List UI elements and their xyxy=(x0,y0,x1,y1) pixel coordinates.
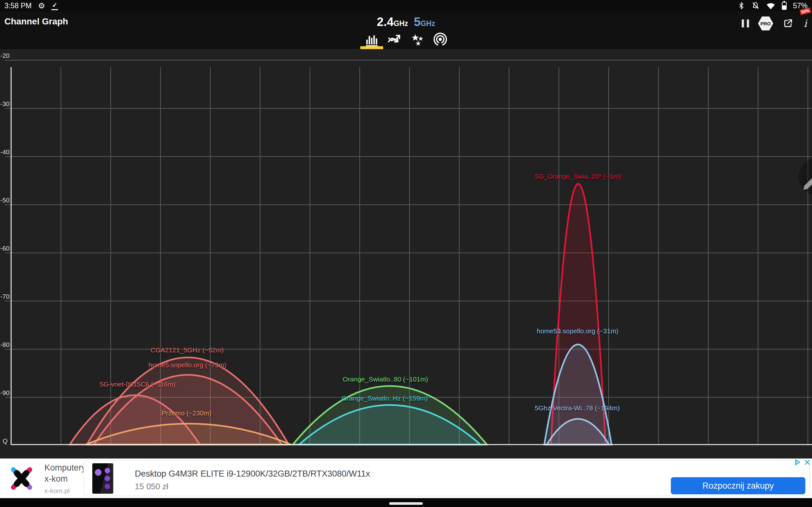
edit-fab[interactable] xyxy=(799,158,812,195)
clock: 3:58 PM xyxy=(4,2,32,10)
page-title: Channel Graph xyxy=(4,16,68,26)
x-kom-logo[interactable] xyxy=(9,464,34,492)
bluetooth-icon xyxy=(738,2,745,10)
gesture-nav-bar xyxy=(0,498,812,507)
y-axis-tick-label: -80 xyxy=(0,341,9,349)
ad-banner[interactable]: Komputery w x-kom x-kom.pl Desktop G4M3R… xyxy=(0,458,812,498)
access-point-icon xyxy=(433,32,448,47)
channel-graph-plot[interactable]: -20-30-40-50-60-70-80-90 CGA2121_5GHz (~… xyxy=(0,49,812,458)
network-label: CGA2121_5GHz (~52m) xyxy=(151,346,224,354)
open-in-new-icon[interactable] xyxy=(782,18,794,29)
network-label: home5.sopello.org (~73m) xyxy=(148,361,226,369)
pro-badge-icon[interactable]: PRO xyxy=(758,16,773,31)
home-gesture-pill[interactable] xyxy=(389,502,423,505)
advertiser-domain: x-kom.pl xyxy=(44,487,69,495)
wifi-icon xyxy=(766,2,775,10)
y-axis-tick-label: -90 xyxy=(0,389,9,397)
stars-icon xyxy=(410,32,425,47)
product-price: 15 050 zł xyxy=(135,482,168,492)
checkmark-notification-icon: ✓ xyxy=(51,1,58,10)
network-label: Orange_Swiatlo..Hz (~159m) xyxy=(342,395,427,402)
selected-tab-underline xyxy=(360,46,383,49)
adchoices-icon[interactable] xyxy=(794,459,801,466)
network-label: 5G-vnet-0915C6 (~116m) xyxy=(100,381,175,388)
header-actions: PRO i xyxy=(742,15,808,32)
info-icon[interactable]: i xyxy=(803,18,808,29)
app-header: Channel Graph 2.4 GHz 5 GHz xyxy=(0,11,812,49)
y-axis-bottom-label: Q xyxy=(0,438,8,445)
tab-channel-rating[interactable] xyxy=(406,30,429,49)
tab-time-graph[interactable] xyxy=(383,30,406,49)
tab-channel-graph[interactable] xyxy=(360,30,383,49)
battery-icon xyxy=(782,2,786,10)
notifications-off-icon xyxy=(751,2,760,10)
network-label: 5G_Orange_Swia..20* (~1m) xyxy=(535,173,621,180)
line-graph-icon xyxy=(387,32,402,47)
view-tabs xyxy=(360,30,452,49)
bar-chart-icon xyxy=(364,32,379,47)
network-label: 5Ghz-Vectra-Wi..78 (~194m) xyxy=(535,404,620,412)
y-axis-tick-label: -50 xyxy=(0,196,9,204)
y-axis-tick-label: -70 xyxy=(0,293,9,300)
y-axis-tick-label: -40 xyxy=(0,148,9,156)
band-selector: 2.4 GHz 5 GHz xyxy=(377,15,435,29)
network-label: Orange_Swiatlo..80 (~101m) xyxy=(343,376,428,383)
band-24ghz[interactable]: 2.4 GHz xyxy=(377,15,408,29)
status-bar: 3:58 PM ⚙ ✓ 57% xyxy=(0,0,812,11)
pause-scan-icon[interactable] xyxy=(742,19,749,27)
network-label: Przemo (~230m) xyxy=(162,409,212,417)
product-title: Desktop G4M3R ELITE i9-12900K/32GB/2TB/R… xyxy=(135,469,370,479)
product-image xyxy=(92,463,113,494)
pencil-icon xyxy=(799,158,812,195)
y-axis-tick-label: -20 xyxy=(0,52,9,60)
y-axis-tick-label: -60 xyxy=(0,245,9,252)
gear-icon: ⚙ xyxy=(38,2,45,10)
band-5ghz[interactable]: 5 GHz xyxy=(414,15,435,29)
ad-cta-button[interactable]: Rozpocznij zakupy xyxy=(671,477,805,494)
tab-access-points[interactable] xyxy=(429,30,452,49)
ad-product-card[interactable]: Desktop G4M3R ELITE i9-12900K/32GB/2TB/R… xyxy=(84,460,810,496)
y-axis-tick-label: -30 xyxy=(0,100,9,108)
network-label: home53.sopello.org (~31m) xyxy=(537,327,618,335)
ad-close-icon[interactable] xyxy=(804,459,811,466)
